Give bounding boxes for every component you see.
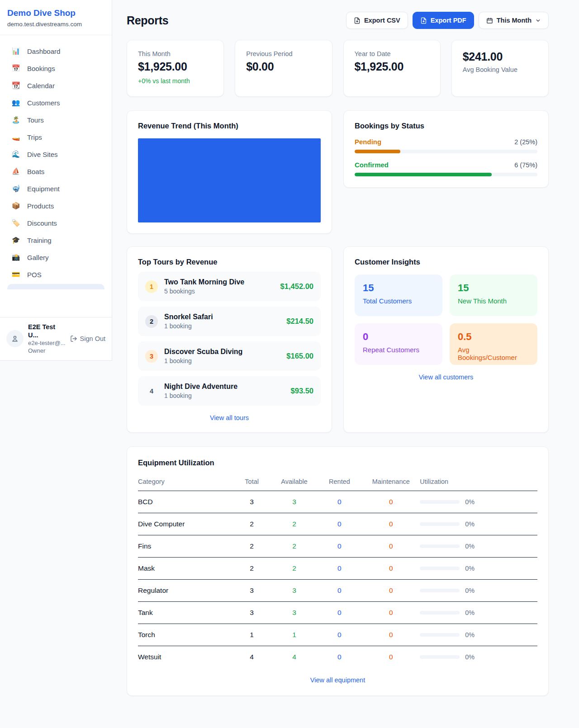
status-value: 2 (25%) (514, 138, 537, 146)
bookings-by-status-card: Bookings by Status Pending 2 (25%) Confi… (343, 110, 549, 188)
period-label: This Month (497, 17, 532, 24)
rank-badge: 3 (145, 350, 158, 363)
rented-cell: 0 (317, 624, 362, 646)
sidebar-item-dive-sites[interactable]: 🌊Dive Sites (5, 146, 106, 163)
status-label: Confirmed (355, 161, 389, 169)
period-select[interactable]: This Month (479, 12, 549, 29)
sidebar-item-boats[interactable]: ⛵Boats (5, 163, 106, 180)
available-cell: 3 (272, 580, 317, 602)
export-pdf-label: Export PDF (431, 17, 466, 24)
maintenance-cell: 0 (362, 491, 420, 513)
tile-value: 0.5 (458, 331, 529, 343)
sidebar-item-label: POS (27, 271, 42, 279)
available-cell: 2 (272, 513, 317, 535)
sidebar-item-label: Gallery (27, 254, 49, 261)
stat-card-this-month: This Month $1,925.00 +0% vs last month (127, 40, 224, 97)
rented-cell: 0 (317, 513, 362, 535)
stat-value: $1,925.00 (355, 60, 429, 73)
category-cell: Dive Computer (138, 513, 232, 535)
stat-label: Previous Period (246, 50, 321, 57)
sidebar-item-dashboard[interactable]: 📊Dashboard (5, 43, 106, 60)
sidebar-item-reports-partial[interactable] (7, 284, 104, 289)
total-cell: 2 (232, 513, 272, 535)
stat-card-avg-booking-value: $241.00 Avg Booking Value (451, 40, 549, 97)
utilization-bar (420, 633, 460, 637)
sidebar-item-training[interactable]: 🎓Training (5, 232, 106, 249)
column-header: Total (232, 471, 272, 491)
user-role: Owner (28, 347, 66, 355)
sidebar-item-label: Tours (27, 116, 44, 124)
tour-bookings: 1 booking (164, 392, 237, 399)
calendar-icon: 📆 (11, 81, 21, 90)
sidebar-item-label: Dashboard (27, 47, 60, 55)
top-tours-card: Top Tours by Revenue 1 Two Tank Morning … (127, 246, 332, 433)
user-email: e2e-tester@... (28, 340, 66, 347)
sidebar-item-pos[interactable]: 💳POS (5, 266, 106, 283)
speedboat-icon: 🚤 (11, 133, 21, 141)
sidebar-item-label: Customers (27, 99, 60, 107)
sidebar-item-label: Bookings (27, 65, 55, 72)
export-csv-button[interactable]: Export CSV (346, 12, 408, 29)
sidebar-nav: 📊Dashboard 📅Bookings 📆Calendar 👥Customer… (0, 35, 112, 317)
utilization-percent: 0% (465, 653, 475, 661)
utilization-percent: 0% (465, 498, 475, 506)
stat-value: $241.00 (463, 50, 537, 63)
sidebar-item-equipment[interactable]: 🤿Equipment (5, 180, 106, 197)
sidebar-item-customers[interactable]: 👥Customers (5, 94, 106, 111)
maintenance-cell: 0 (362, 558, 420, 580)
stat-cards: This Month $1,925.00 +0% vs last month P… (127, 40, 549, 97)
sidebar-item-bookings[interactable]: 📅Bookings (5, 60, 106, 77)
tour-name: Two Tank Morning Dive (164, 278, 244, 286)
column-header: Utilization (420, 471, 537, 491)
person-icon (11, 335, 19, 343)
tour-revenue: $214.50 (286, 317, 313, 326)
available-cell: 2 (272, 535, 317, 558)
column-header: Rented (317, 471, 362, 491)
tag-icon: 🏷️ (11, 219, 21, 227)
maintenance-cell: 0 (362, 535, 420, 558)
maintenance-cell: 0 (362, 580, 420, 602)
sidebar: Demo Dive Shop demo.test.divestreams.com… (0, 0, 112, 361)
rented-cell: 0 (317, 580, 362, 602)
sidebar-item-products[interactable]: 📦Products (5, 197, 106, 214)
table-header-row: Category Total Available Rented Maintena… (138, 471, 537, 491)
progress-fill (355, 150, 400, 153)
view-all-equipment-link[interactable]: View all equipment (138, 676, 537, 684)
sidebar-item-label: Products (27, 202, 54, 210)
sidebar-item-trips[interactable]: 🚤Trips (5, 128, 106, 146)
view-all-customers-link[interactable]: View all customers (355, 373, 537, 381)
category-cell: Mask (138, 558, 232, 580)
rank-badge: 4 (145, 385, 158, 397)
sign-out-label: Sign Out (80, 335, 105, 342)
available-cell: 3 (272, 491, 317, 513)
tile-label: New This Month (458, 297, 529, 305)
export-pdf-button[interactable]: Export PDF (413, 12, 474, 29)
total-cell: 3 (232, 580, 272, 602)
tour-name: Discover Scuba Diving (164, 348, 242, 356)
sidebar-item-discounts[interactable]: 🏷️Discounts (5, 214, 106, 232)
status-row-confirmed: Confirmed 6 (75%) (355, 161, 537, 176)
tile-value: 0 (363, 331, 434, 343)
sidebar-item-tours[interactable]: 🏝️Tours (5, 111, 106, 128)
table-row: Regulator 3 3 0 0 0% (138, 580, 537, 602)
bookings-by-status-title: Bookings by Status (355, 122, 537, 130)
tour-bookings: 1 booking (164, 322, 213, 330)
sidebar-item-gallery[interactable]: 📸Gallery (5, 249, 106, 266)
user-name: E2E Test U... (28, 323, 66, 340)
revenue-trend-bar (138, 138, 321, 222)
sign-out-button[interactable]: Sign Out (70, 335, 105, 342)
maintenance-cell: 0 (362, 624, 420, 646)
sidebar-item-calendar[interactable]: 📆Calendar (5, 77, 106, 94)
tour-row: 3 Discover Scuba Diving 1 booking $165.0… (138, 341, 321, 371)
view-all-tours-link[interactable]: View all tours (138, 414, 321, 421)
progress-track (355, 150, 537, 153)
utilization-bar (420, 589, 460, 592)
utilization-bar (420, 611, 460, 615)
sidebar-item-label: Dive Sites (27, 151, 58, 158)
tour-bookings: 5 bookings (164, 288, 244, 295)
header-actions: Export CSV Export PDF This Month (346, 12, 549, 29)
table-row: BCD 3 3 0 0 0% (138, 491, 537, 513)
tile-label: Total Customers (363, 297, 434, 305)
available-cell: 3 (272, 602, 317, 624)
insight-tiles: 15 Total Customers 15 New This Month 0 R… (355, 274, 537, 365)
